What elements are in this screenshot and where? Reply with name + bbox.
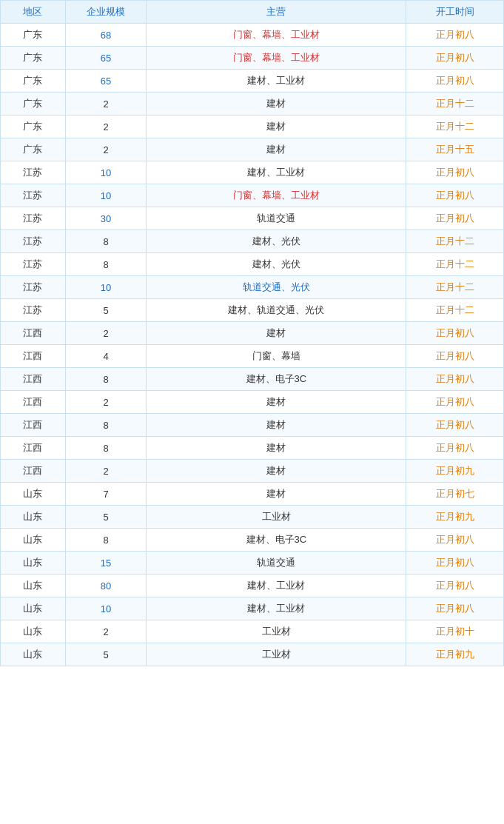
cell-scale: 5 [65,299,147,322]
cell-region: 山东 [1,552,66,575]
cell-main: 建材、工业材 [147,70,406,93]
cell-time: 正月初八 [406,47,504,70]
cell-main: 工业材 [147,506,406,529]
cell-scale: 8 [65,230,147,253]
cell-main: 建材、工业材 [147,161,406,184]
cell-scale: 2 [65,620,147,643]
cell-scale: 10 [65,276,147,299]
table-row: 江苏10门窗、幕墙、工业材正月初八 [1,184,504,207]
cell-main: 建材、工业材 [147,597,406,620]
table-row: 山东7建材正月初七 [1,483,504,506]
cell-time: 正月初八 [406,414,504,437]
cell-region: 山东 [1,483,66,506]
table-row: 江西2建材正月初八 [1,391,504,414]
cell-main: 建材 [147,460,406,483]
cell-region: 江苏 [1,253,66,276]
table-row: 广东65门窗、幕墙、工业材正月初八 [1,47,504,70]
cell-region: 江苏 [1,276,66,299]
cell-region: 江西 [1,345,66,368]
cell-region: 江西 [1,322,66,345]
table-row: 江西8建材正月初八 [1,437,504,460]
table-row: 广东65建材、工业材正月初八 [1,70,504,93]
cell-region: 广东 [1,138,66,161]
cell-main: 建材 [147,93,406,115]
cell-region: 广东 [1,47,66,70]
cell-time: 正月初八 [406,597,504,620]
cell-time: 正月初八 [406,437,504,460]
cell-region: 江西 [1,460,66,483]
cell-scale: 5 [65,506,147,529]
cell-scale: 8 [65,437,147,460]
cell-main: 工业材 [147,643,406,666]
cell-main: 建材 [147,138,406,161]
cell-region: 广东 [1,93,66,115]
cell-region: 山东 [1,529,66,552]
cell-time: 正月初十 [406,620,504,643]
cell-scale: 8 [65,529,147,552]
cell-region: 江苏 [1,230,66,253]
cell-scale: 80 [65,575,147,597]
cell-main: 建材 [147,414,406,437]
cell-time: 正月十二 [406,276,504,299]
cell-main: 建材 [147,483,406,506]
table-header: 地区 企业规模 主营 开工时间 [1,1,504,24]
cell-scale: 65 [65,70,147,93]
cell-scale: 8 [65,414,147,437]
cell-main: 门窗、幕墙 [147,345,406,368]
cell-time: 正月十二 [406,253,504,276]
cell-region: 山东 [1,597,66,620]
cell-main: 建材、电子3C [147,529,406,552]
cell-time: 正月初八 [406,552,504,575]
cell-scale: 2 [65,322,147,345]
cell-region: 江苏 [1,184,66,207]
cell-scale: 7 [65,483,147,506]
cell-region: 江苏 [1,299,66,322]
cell-main: 建材、光伏 [147,230,406,253]
cell-scale: 2 [65,115,147,138]
cell-main: 建材、工业材 [147,575,406,597]
header-main: 主营 [147,1,406,24]
cell-time: 正月十二 [406,230,504,253]
cell-time: 正月初九 [406,506,504,529]
cell-scale: 2 [65,93,147,115]
cell-region: 江西 [1,414,66,437]
header-region: 地区 [1,1,66,24]
cell-region: 江西 [1,391,66,414]
header-scale: 企业规模 [65,1,147,24]
data-table: 地区 企业规模 主营 开工时间 广东68门窗、幕墙、工业材正月初八广东65门窗、… [0,0,504,666]
cell-main: 建材 [147,115,406,138]
cell-main: 建材、电子3C [147,368,406,391]
table-row: 江西2建材正月初九 [1,460,504,483]
cell-main: 门窗、幕墙、工业材 [147,24,406,47]
table-row: 山东5工业材正月初九 [1,643,504,666]
table-row: 江苏30轨道交通正月初八 [1,207,504,230]
cell-scale: 5 [65,643,147,666]
cell-time: 正月初八 [406,161,504,184]
cell-time: 正月初八 [406,207,504,230]
table-row: 江苏8建材、光伏正月十二 [1,230,504,253]
cell-time: 正月初七 [406,483,504,506]
cell-scale: 2 [65,138,147,161]
cell-time: 正月初八 [406,345,504,368]
cell-scale: 15 [65,552,147,575]
cell-scale: 65 [65,47,147,70]
cell-time: 正月十二 [406,115,504,138]
cell-main: 建材 [147,322,406,345]
header-time: 开工时间 [406,1,504,24]
table-row: 江苏8建材、光伏正月十二 [1,253,504,276]
cell-region: 山东 [1,506,66,529]
table-row: 山东80建材、工业材正月初八 [1,575,504,597]
cell-region: 山东 [1,643,66,666]
cell-main: 轨道交通、光伏 [147,276,406,299]
table-row: 广东2建材正月十二 [1,93,504,115]
cell-region: 广东 [1,115,66,138]
cell-region: 广东 [1,24,66,47]
cell-time: 正月初八 [406,529,504,552]
table-row: 江西2建材正月初八 [1,322,504,345]
cell-time: 正月十二 [406,299,504,322]
table-row: 山东8建材、电子3C正月初八 [1,529,504,552]
cell-scale: 4 [65,345,147,368]
table-row: 广东68门窗、幕墙、工业材正月初八 [1,24,504,47]
cell-time: 正月初八 [406,322,504,345]
cell-scale: 10 [65,597,147,620]
